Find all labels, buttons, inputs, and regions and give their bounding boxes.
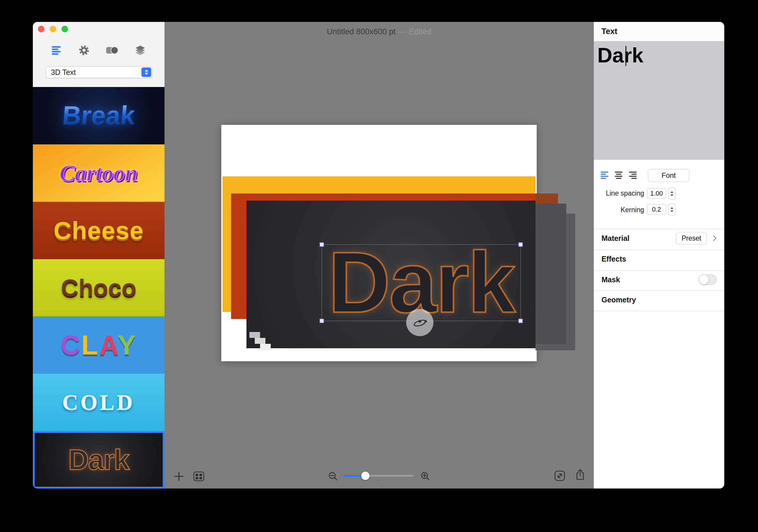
sidebar-header: 3D Text	[33, 22, 164, 87]
canvas-area: Untitled 800x600 pt — Edited Dark	[164, 22, 594, 488]
sidebar: 3D Text Break Cartoon Cheese Choco CLAY	[33, 22, 164, 488]
style-category-value: 3D Text	[46, 68, 76, 77]
preset-list: Break Cartoon Cheese Choco CLAY COLD Dar…	[33, 87, 164, 488]
share-export-button[interactable]	[573, 468, 587, 482]
zoom-slider-center-tick	[378, 479, 379, 482]
preset-break-label: Break	[61, 103, 136, 129]
preset-cartoon[interactable]: Cartoon	[33, 144, 164, 202]
align-right-icon	[629, 171, 637, 179]
add-object-button[interactable]	[172, 469, 186, 483]
zoom-in-button[interactable]	[418, 469, 432, 483]
document-title: Untitled 800x600 pt	[327, 27, 396, 36]
inspector-header-title: Text	[602, 22, 617, 41]
gear-icon	[78, 44, 90, 57]
selection-handle-bottom-right[interactable]	[518, 319, 523, 323]
line-spacing-label: Line spacing	[594, 189, 644, 197]
zoom-slider-track[interactable]	[343, 475, 413, 477]
inspector-header: Text	[594, 22, 724, 41]
selection-handle-bottom-left[interactable]	[320, 319, 324, 323]
rotate-3d-control[interactable]	[406, 309, 433, 336]
divider	[594, 250, 724, 250]
plus-icon	[173, 471, 185, 482]
preset-choco-label: Choco	[61, 276, 136, 300]
document-edited-badge: — Edited	[398, 27, 431, 36]
selection-handle-top-right[interactable]	[518, 242, 523, 247]
text-content-editor[interactable]: Dark	[594, 41, 724, 160]
share-icon	[575, 468, 586, 481]
resize-canvas-button[interactable]	[553, 469, 567, 483]
selection-handle-top-left[interactable]	[320, 242, 324, 247]
geometry-section-header[interactable]: Geometry	[602, 296, 636, 304]
align-left-button[interactable]	[600, 171, 610, 180]
close-button[interactable]	[38, 26, 44, 32]
line-spacing-input[interactable]	[647, 188, 666, 199]
divider	[594, 311, 724, 311]
minimize-button[interactable]	[50, 26, 56, 32]
mask-toggle-knob	[699, 275, 708, 284]
dropdown-stepper-icon	[141, 67, 151, 77]
preset-cheese[interactable]: Cheese	[33, 202, 164, 259]
layer-stack-step-front	[535, 203, 566, 344]
kerning-stepper[interactable]	[668, 203, 675, 215]
align-center-icon	[614, 171, 623, 179]
magnifier-minus-icon	[328, 471, 338, 482]
layer-stack-corner-step	[255, 338, 265, 344]
magnifier-plus-icon	[420, 471, 431, 482]
divider	[594, 291, 724, 291]
kerning-input[interactable]	[647, 204, 666, 215]
tab-settings-button[interactable]	[76, 43, 92, 57]
preset-clay-label: CLAY	[60, 332, 137, 359]
document-canvas[interactable]: Dark	[221, 125, 537, 361]
app-window: 3D Text Break Cartoon Cheese Choco CLAY	[33, 22, 724, 488]
divider	[594, 270, 724, 271]
resize-diagonal-icon	[554, 470, 566, 482]
material-section-header[interactable]: Material	[602, 234, 629, 243]
layer-stack-corner-step	[249, 332, 260, 338]
list-lines-icon	[51, 46, 62, 55]
preset-dark-selected[interactable]: Dark	[33, 431, 164, 488]
style-category-dropdown[interactable]: 3D Text	[46, 66, 153, 78]
window-titlebar: Untitled 800x600 pt — Edited	[164, 22, 594, 41]
align-left-icon	[600, 171, 609, 179]
layer-red-overhang	[535, 194, 558, 204]
kerning-label: Kerning	[594, 206, 644, 214]
template-grid-icon	[193, 471, 205, 482]
layers-icon	[134, 45, 146, 55]
effects-section-header[interactable]: Effects	[602, 255, 626, 263]
inspector-panel: Text Dark	[594, 22, 724, 488]
layer-stack-corner-step	[260, 344, 271, 350]
templates-button[interactable]	[192, 469, 206, 483]
preset-cartoon-label: Cartoon	[59, 161, 138, 185]
align-center-button[interactable]	[614, 171, 624, 180]
rotate-3d-icon	[411, 314, 429, 332]
zoom-out-button[interactable]	[326, 469, 340, 483]
material-preset-button[interactable]: Preset	[676, 232, 707, 244]
align-right-button[interactable]	[628, 171, 638, 180]
preset-clay[interactable]: CLAY	[33, 316, 164, 374]
tab-presets-button[interactable]	[49, 43, 64, 57]
preset-cheese-label: Cheese	[53, 218, 144, 243]
tab-layers-button[interactable]	[132, 43, 148, 57]
preset-break[interactable]: Break	[33, 87, 164, 144]
tab-shapes-button[interactable]	[104, 43, 120, 57]
zoom-slider-thumb[interactable]	[361, 472, 369, 480]
zoom-button[interactable]	[61, 26, 68, 32]
line-spacing-stepper[interactable]	[668, 188, 675, 199]
preset-cold-label: COLD	[62, 391, 135, 413]
font-button[interactable]: Font	[648, 169, 689, 182]
chevron-right-icon[interactable]	[711, 235, 717, 241]
mask-section-header: Mask	[602, 275, 620, 284]
shapes-icon	[106, 45, 119, 55]
preset-choco[interactable]: Choco	[33, 259, 164, 317]
text-content-value: Dark	[597, 45, 643, 67]
preset-dark-label: Dark	[68, 445, 129, 474]
text-cursor	[626, 46, 626, 66]
mask-toggle[interactable]	[699, 274, 717, 285]
preset-cold[interactable]: COLD	[33, 374, 164, 431]
